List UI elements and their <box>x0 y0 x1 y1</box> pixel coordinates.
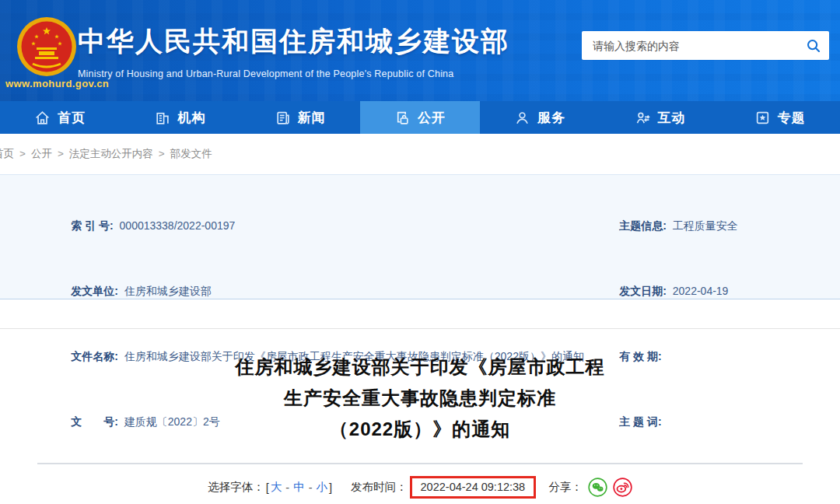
info-label: 发文日期: <box>619 285 667 297</box>
weibo-icon[interactable] <box>613 478 632 497</box>
info-value: 2022-04-19 <box>673 285 729 297</box>
home-icon <box>34 110 51 126</box>
publish-time-label: 发布时间： <box>351 480 408 495</box>
breadcrumb-bar: 首页>公开>法定主动公开内容>部发文件 <box>0 134 840 174</box>
search-input[interactable] <box>582 31 798 60</box>
font-size-large-link[interactable]: 大 <box>271 480 282 495</box>
nav-item-disclosure[interactable]: 公开 <box>360 101 480 134</box>
info-value: 住房和城乡建设部 <box>124 285 212 297</box>
info-row-topic-info: 主题信息:工程质量安全 <box>595 193 840 258</box>
bracket-open: [ <box>266 481 269 494</box>
font-size-small-link[interactable]: 小 <box>317 480 328 495</box>
nav-item-label: 新闻 <box>298 109 326 127</box>
breadcrumb: 首页>公开>法定主动公开内容>部发文件 <box>0 147 212 161</box>
wechat-icon[interactable] <box>588 478 607 497</box>
info-row-validity-period: 有 效 期: <box>595 324 840 389</box>
info-row-subject-terms: 主 题 词: <box>595 389 840 454</box>
disclosure-icon <box>394 110 411 126</box>
breadcrumb-separator: > <box>159 148 165 159</box>
info-label: 文件名称: <box>71 350 118 362</box>
info-value: 工程质量安全 <box>673 219 738 232</box>
breadcrumb-link-home[interactable]: 首页 <box>0 148 14 159</box>
share-controls: 分享： <box>548 478 632 497</box>
nav-item-organization[interactable]: 机构 <box>120 101 240 134</box>
share-label: 分享： <box>548 480 583 495</box>
site-title-block: 中华人民共和国住房和城乡建设部 Ministry of Housing and … <box>78 23 509 79</box>
nav-item-label: 公开 <box>418 109 446 127</box>
nav-item-interaction[interactable]: 互动 <box>600 101 719 134</box>
info-label: 文 号: <box>71 415 118 428</box>
article-meta-row: 选择字体： [ 大 - 中 - 小 ] 发布时间： 2022-04-24 09:… <box>0 476 840 499</box>
info-label: 有 效 期: <box>619 350 661 362</box>
bracket-close: ] <box>329 481 332 494</box>
info-column-right: 主题信息:工程质量安全 发文日期:2022-04-19 有 效 期: 主 题 词… <box>595 193 840 299</box>
nav-item-news[interactable]: 新闻 <box>240 101 360 134</box>
search-icon[interactable] <box>798 31 829 60</box>
font-size-medium-link[interactable]: 中 <box>293 480 305 495</box>
nav-item-label: 专题 <box>778 109 806 127</box>
document-info-panel: 索 引 号:000013338/2022-00197 发文单位:住房和城乡建设部… <box>0 174 840 299</box>
nav-item-topics[interactable]: 专题 <box>720 101 840 134</box>
nav-item-label: 机构 <box>177 109 205 127</box>
font-size-separator: - <box>285 481 289 494</box>
national-emblem <box>16 16 78 78</box>
nav-item-label: 互动 <box>658 109 686 127</box>
info-label: 发文单位: <box>71 285 118 297</box>
site-url: www.mohurd.gov.cn <box>5 78 109 89</box>
topics-icon <box>754 110 771 126</box>
site-subtitle: Ministry of Housing and Urban-Rural Deve… <box>78 68 509 79</box>
service-icon <box>514 110 530 126</box>
nav-item-label: 服务 <box>537 109 565 127</box>
nav-item-label: 首页 <box>58 109 86 127</box>
info-row-index-number: 索 引 号:000013338/2022-00197 <box>47 193 595 258</box>
interaction-icon <box>635 110 651 126</box>
page: 中华人民共和国住房和城乡建设部 Ministry of Housing and … <box>0 0 840 504</box>
info-label: 主题信息: <box>619 219 667 232</box>
font-selector-label: 选择字体： <box>208 480 264 495</box>
organization-icon <box>154 110 170 126</box>
breadcrumb-separator: > <box>19 148 26 159</box>
main-nav: 首页 机构 新闻 公开 服务 <box>0 101 840 134</box>
nav-item-service[interactable]: 服务 <box>480 101 600 134</box>
info-value: 建质规〔2022〕2号 <box>124 415 220 428</box>
font-size-selector: 选择字体： [ 大 - 中 - 小 ] <box>208 480 334 495</box>
site-title: 中华人民共和国住房和城乡建设部 <box>78 23 509 60</box>
info-row-issuing-unit: 发文单位:住房和城乡建设部 <box>47 258 595 324</box>
info-label: 主 题 词: <box>619 415 661 428</box>
info-label: 索 引 号: <box>71 219 113 232</box>
publish-time-value: 2022-04-24 09:12:38 <box>421 481 526 493</box>
publish-time: 发布时间： 2022-04-24 09:12:38 <box>351 476 536 499</box>
info-row-issue-date: 发文日期:2022-04-19 <box>595 258 840 324</box>
info-column-left: 索 引 号:000013338/2022-00197 发文单位:住房和城乡建设部… <box>47 193 595 299</box>
font-size-separator: - <box>309 481 313 494</box>
site-header: 中华人民共和国住房和城乡建设部 Ministry of Housing and … <box>0 0 840 101</box>
publish-time-highlight-box: 2022-04-24 09:12:38 <box>410 476 537 499</box>
breadcrumb-link-disclosure[interactable]: 公开 <box>31 148 52 159</box>
breadcrumb-link-ministry-documents[interactable]: 部发文件 <box>170 148 212 159</box>
search-box <box>582 31 829 60</box>
breadcrumb-link-statutory-content[interactable]: 法定主动公开内容 <box>69 148 153 159</box>
nav-item-home[interactable]: 首页 <box>0 101 120 134</box>
title-divider <box>37 463 803 464</box>
news-icon <box>275 110 291 126</box>
info-value: 000013338/2022-00197 <box>120 219 236 232</box>
breadcrumb-separator: > <box>58 148 64 159</box>
